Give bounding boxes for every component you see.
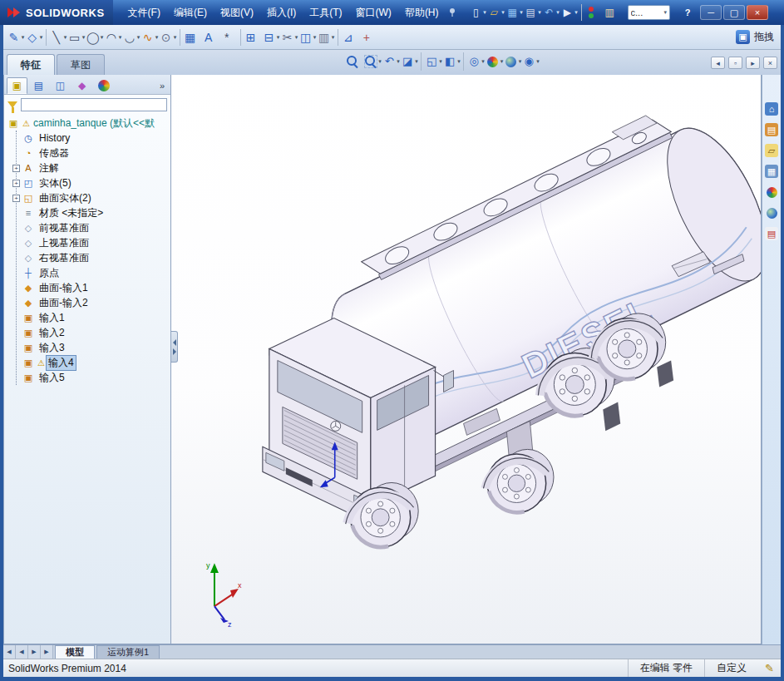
expander-icon[interactable]: + bbox=[12, 195, 20, 202]
zoom-area-icon[interactable]: ▾ bbox=[363, 52, 382, 71]
mirror-entities-icon[interactable]: ◫▾ bbox=[298, 27, 317, 47]
ellipse-icon[interactable]: ⊙▾ bbox=[159, 27, 177, 47]
spline-icon[interactable]: ∿▾ bbox=[141, 27, 159, 47]
help-button[interactable]: ? bbox=[677, 5, 698, 20]
propertymanager-tab-icon[interactable]: ▤ bbox=[28, 77, 49, 94]
rectangle-icon[interactable]: ▭▾ bbox=[67, 27, 86, 47]
convert-entities-icon[interactable]: ⊞▾ bbox=[244, 27, 262, 47]
edit-appearance-icon[interactable]: ▾ bbox=[485, 52, 503, 71]
view-settings-icon[interactable]: ◉▾ bbox=[521, 52, 540, 71]
task-pane-scenes-icon[interactable] bbox=[764, 205, 779, 220]
menu-item[interactable]: 插入(I) bbox=[260, 2, 303, 23]
smart-dimension-icon[interactable]: ◇▾ bbox=[25, 27, 43, 47]
select-icon[interactable]: ▶▾ bbox=[560, 4, 579, 21]
tab-features[interactable]: 特征 bbox=[7, 54, 55, 75]
menu-item[interactable]: 文件(F) bbox=[121, 2, 167, 23]
model-tabs-prev-icon[interactable]: ◀ bbox=[16, 645, 28, 659]
tree-item[interactable]: + ▣ ⚠ 输入1 bbox=[12, 310, 170, 325]
search-dropdown-icon[interactable]: ▾ bbox=[664, 9, 668, 16]
zoom-fit-icon[interactable]: ▾ bbox=[345, 52, 363, 71]
tree-item[interactable]: + ▣ ⚠ 输入5 bbox=[12, 370, 170, 385]
apply-scene-icon[interactable]: ▾ bbox=[503, 52, 521, 71]
model-tabs-last-icon[interactable]: ▶ bbox=[41, 645, 53, 659]
sketch-pattern-icon[interactable]: ▦▾ bbox=[183, 27, 201, 47]
pane-close-icon[interactable]: × bbox=[763, 57, 777, 69]
tree-item[interactable]: + ◇ ⚠ 前视基准面 bbox=[12, 220, 170, 235]
tree-item[interactable]: + ▣ ⚠ 输入4 bbox=[12, 355, 170, 370]
task-pane-design-library-icon[interactable]: ▤ bbox=[764, 122, 779, 137]
tangent-arc-icon[interactable]: ◡▾ bbox=[122, 27, 141, 47]
panel-splitter[interactable] bbox=[171, 331, 178, 363]
point-icon[interactable]: *▾ bbox=[219, 27, 238, 47]
repair-sketch-icon[interactable]: +▾ bbox=[359, 27, 377, 47]
task-pane-resources-icon[interactable]: ⌂ bbox=[764, 101, 779, 116]
tree-item[interactable]: + ≡ ⚠ 材质 <未指定> bbox=[12, 205, 170, 220]
pane-collapse-left-icon[interactable]: ◂ bbox=[711, 57, 725, 69]
filter-input[interactable] bbox=[21, 98, 167, 111]
tree-item[interactable]: + ◆ ⚠ 曲面-输入2 bbox=[12, 295, 170, 310]
custom-status[interactable]: 自定义 bbox=[704, 659, 758, 677]
status-lights-icon[interactable]: ▾ bbox=[584, 4, 603, 21]
model-canvas[interactable]: DIESEL bbox=[171, 75, 761, 644]
previous-view-icon[interactable]: ↶▾ bbox=[382, 52, 400, 71]
tree-item[interactable]: + ◆ ⚠ 曲面-输入1 bbox=[12, 280, 170, 295]
tree-item[interactable]: + ◇ ⚠ 右视基准面 bbox=[12, 250, 170, 265]
expander-icon[interactable]: + bbox=[12, 165, 20, 172]
dimxpertmanager-tab-icon[interactable]: ◆ bbox=[71, 77, 92, 94]
displaymanager-tab-icon[interactable] bbox=[93, 77, 114, 94]
offset-entities-icon[interactable]: ⊟▾ bbox=[262, 27, 280, 47]
menu-pin-icon[interactable] bbox=[447, 7, 457, 17]
tab-sketch[interactable]: 草图 bbox=[57, 54, 105, 75]
tree-item[interactable]: + ◔ ⚠ 传感器 bbox=[12, 146, 170, 160]
display-style-icon[interactable]: ◧▾ bbox=[442, 52, 461, 71]
task-pane-appearances-icon[interactable] bbox=[764, 185, 779, 200]
relations-icon[interactable]: ⊿▾ bbox=[341, 27, 359, 47]
new-document-icon[interactable]: ▯▾ bbox=[469, 4, 487, 21]
manager-tabs-overflow-icon[interactable]: » bbox=[156, 81, 168, 91]
menu-item[interactable]: 编辑(E) bbox=[167, 2, 214, 23]
filter-funnel-icon[interactable] bbox=[7, 101, 17, 108]
model-tabs-first-icon[interactable]: ◀ bbox=[3, 645, 16, 659]
task-pane-view-palette-icon[interactable]: ▦ bbox=[764, 164, 779, 179]
menu-item[interactable]: 窗口(W) bbox=[349, 2, 398, 23]
undo-icon[interactable]: ↶▾ bbox=[542, 4, 560, 21]
tree-item[interactable]: + ◷ ⚠ History bbox=[12, 131, 170, 146]
tree-item[interactable]: + A ⚠ 注解 bbox=[12, 160, 170, 175]
menu-item[interactable]: 工具(T) bbox=[303, 2, 348, 23]
drag-hint-label[interactable]: 拖拽 bbox=[754, 30, 774, 44]
graphics-viewport[interactable]: DIESEL bbox=[171, 75, 762, 644]
expander-icon[interactable]: + bbox=[12, 180, 20, 187]
model-tabs-next-icon[interactable]: ▶ bbox=[28, 645, 41, 659]
trim-entities-icon[interactable]: ✂▾ bbox=[280, 27, 298, 47]
menu-item[interactable]: 视图(V) bbox=[214, 2, 260, 23]
menu-item[interactable]: 帮助(H) bbox=[398, 2, 446, 23]
view-orientation-icon[interactable]: ◱▾ bbox=[424, 52, 442, 71]
pane-restore-icon[interactable]: ▫ bbox=[728, 57, 742, 69]
sketch-icon[interactable]: ✎▾ bbox=[7, 27, 25, 47]
line-icon[interactable]: ╲▾ bbox=[49, 27, 67, 47]
maximize-button[interactable]: ▢ bbox=[723, 5, 745, 20]
tree-item[interactable]: + ◱ ⚠ 曲面实体(2) bbox=[12, 190, 170, 205]
close-button[interactable]: × bbox=[747, 5, 768, 20]
section-view-icon[interactable]: ◪▾ bbox=[400, 52, 418, 71]
configurationmanager-tab-icon[interactable]: ◫ bbox=[50, 77, 71, 94]
save-icon[interactable]: ▦▾ bbox=[505, 4, 524, 21]
task-pane-custom-properties-icon[interactable]: ▤ bbox=[764, 226, 779, 241]
task-pane-file-explorer-icon[interactable]: ▱ bbox=[764, 143, 779, 158]
featuremanager-tab-icon[interactable]: ▣ bbox=[7, 77, 27, 94]
model-tab[interactable]: 模型 bbox=[55, 645, 95, 659]
tree-item[interactable]: + ┼ ⚠ 原点 bbox=[12, 265, 170, 280]
open-document-icon[interactable]: ▱▾ bbox=[487, 4, 505, 21]
search-input[interactable] bbox=[631, 7, 664, 17]
tree-item[interactable]: + ◇ ⚠ 上视基准面 bbox=[12, 235, 170, 250]
arc-icon[interactable]: ◠▾ bbox=[104, 27, 122, 47]
solidworks-badge-icon[interactable]: ▣ bbox=[736, 30, 750, 44]
tree-item[interactable]: + ▣ ⚠ 输入3 bbox=[12, 340, 170, 355]
clipboard-icon[interactable]: ▥▾ bbox=[603, 4, 621, 21]
tree-item[interactable]: + ▣ ⚠ 输入2 bbox=[12, 325, 170, 340]
motion-study-tab[interactable]: 运动算例1 bbox=[96, 645, 160, 659]
print-icon[interactable]: ▤▾ bbox=[524, 4, 542, 21]
linear-pattern-icon[interactable]: ▥▾ bbox=[317, 27, 335, 47]
text-icon[interactable]: A▾ bbox=[201, 27, 219, 47]
minimize-button[interactable]: ─ bbox=[700, 5, 722, 20]
